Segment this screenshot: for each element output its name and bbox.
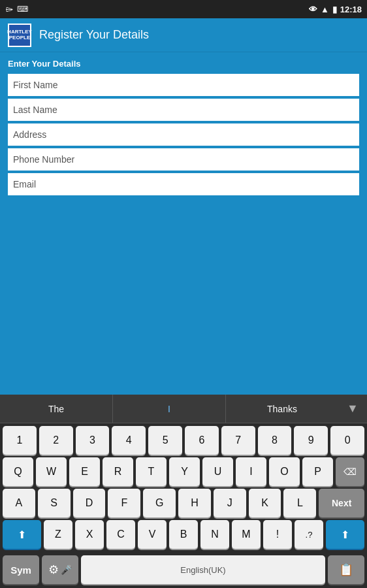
key-x[interactable]: X bbox=[75, 520, 104, 549]
qwerty-row: Q W E R T Y U I O P ⌫ bbox=[3, 457, 364, 486]
key-dotquestion[interactable]: .? bbox=[295, 520, 323, 549]
key-w[interactable]: W bbox=[36, 457, 67, 486]
key-h[interactable]: H bbox=[178, 489, 211, 517]
shift-left-key[interactable]: ⬆ bbox=[3, 520, 41, 549]
suggestion-thanks[interactable]: Thanks bbox=[226, 395, 338, 423]
key-z[interactable]: Z bbox=[44, 520, 72, 549]
address-placeholder: Address bbox=[13, 129, 46, 140]
key-g[interactable]: G bbox=[143, 489, 176, 517]
number-row: 1 2 3 4 5 6 7 8 9 0 bbox=[3, 426, 364, 455]
key-o[interactable]: O bbox=[269, 457, 300, 486]
key-i[interactable]: I bbox=[236, 457, 266, 486]
form-section-label: Enter Your Details bbox=[8, 59, 359, 69]
key-c[interactable]: C bbox=[106, 520, 135, 549]
key-5[interactable]: 5 bbox=[148, 426, 182, 455]
key-t[interactable]: T bbox=[136, 457, 167, 486]
key-7[interactable]: 7 bbox=[221, 426, 255, 455]
paste-key[interactable]: 📋 bbox=[328, 555, 364, 584]
key-b[interactable]: B bbox=[169, 520, 198, 549]
spacebar-key[interactable]: English(UK) bbox=[81, 555, 325, 584]
bottom-keyboard-bar: Sym ⚙ 🎤 English(UK) 📋 bbox=[0, 553, 367, 588]
key-j[interactable]: J bbox=[214, 489, 246, 517]
clipboard-icon: 📋 bbox=[339, 563, 353, 577]
key-4[interactable]: 4 bbox=[112, 426, 146, 455]
key-m[interactable]: M bbox=[232, 520, 261, 549]
backspace-key[interactable]: ⌫ bbox=[336, 457, 364, 486]
form-area: Enter Your Details First Name Last Name … bbox=[0, 52, 367, 204]
key-f[interactable]: F bbox=[108, 489, 140, 517]
address-field[interactable]: Address bbox=[8, 123, 359, 146]
zxcv-row: ⬆ Z X C V B N M ! .? ⬆ bbox=[3, 520, 364, 549]
suggestion-the[interactable]: The bbox=[0, 395, 112, 423]
key-e[interactable]: E bbox=[69, 457, 100, 486]
key-u[interactable]: U bbox=[202, 457, 233, 486]
gear-icon: ⚙ bbox=[48, 563, 59, 577]
wifi-icon: ▲ bbox=[321, 5, 329, 14]
key-0[interactable]: 0 bbox=[330, 426, 364, 455]
key-y[interactable]: Y bbox=[169, 457, 200, 486]
suggestion-i[interactable]: I bbox=[112, 395, 226, 423]
first-name-field[interactable]: First Name bbox=[8, 74, 359, 96]
key-a[interactable]: A bbox=[3, 489, 35, 517]
suggestion-bar: The I Thanks ▼ bbox=[0, 395, 367, 423]
shift-right-key[interactable]: ⬆ bbox=[326, 520, 364, 549]
expand-suggestions-icon[interactable]: ▼ bbox=[338, 402, 367, 416]
email-placeholder: Email bbox=[13, 179, 36, 189]
key-d[interactable]: D bbox=[73, 489, 106, 517]
asdf-row: A S D F G H J K L Next bbox=[3, 489, 364, 517]
key-v[interactable]: V bbox=[138, 520, 167, 549]
usb-icon: ⌲ bbox=[5, 5, 13, 14]
keyboard: The I Thanks ▼ 1 2 3 4 5 6 7 8 9 0 Q W E… bbox=[0, 395, 367, 588]
next-button[interactable]: Next bbox=[319, 489, 364, 517]
phone-field[interactable]: Phone Number bbox=[8, 148, 359, 171]
key-s[interactable]: S bbox=[38, 489, 71, 517]
keyboard-rows: 1 2 3 4 5 6 7 8 9 0 Q W E R T Y U I O P … bbox=[0, 423, 367, 553]
key-excl[interactable]: ! bbox=[263, 520, 292, 549]
key-q[interactable]: Q bbox=[3, 457, 33, 486]
last-name-field[interactable]: Last Name bbox=[8, 99, 359, 121]
key-8[interactable]: 8 bbox=[258, 426, 292, 455]
key-r[interactable]: R bbox=[103, 457, 133, 486]
sym-key[interactable]: Sym bbox=[3, 555, 39, 584]
app-title: Register Your Details bbox=[39, 28, 149, 42]
key-n[interactable]: N bbox=[200, 520, 229, 549]
key-p[interactable]: P bbox=[302, 457, 333, 486]
keyboard-icon: ⌨ bbox=[17, 5, 28, 14]
email-field[interactable]: Email bbox=[8, 173, 359, 195]
key-3[interactable]: 3 bbox=[76, 426, 110, 455]
key-1[interactable]: 1 bbox=[3, 426, 37, 455]
clock: 12:18 bbox=[340, 5, 362, 14]
status-left-icons: ⌲ ⌨ bbox=[5, 5, 28, 14]
key-k[interactable]: K bbox=[249, 489, 281, 517]
settings-key[interactable]: ⚙ 🎤 bbox=[42, 555, 78, 584]
key-6[interactable]: 6 bbox=[185, 426, 219, 455]
mic-icon: 🎤 bbox=[61, 564, 72, 575]
middle-area bbox=[0, 204, 367, 381]
key-l[interactable]: L bbox=[283, 489, 316, 517]
last-name-placeholder: Last Name bbox=[13, 105, 57, 115]
app-logo: HARTLEY PEOPLE bbox=[8, 24, 31, 47]
first-name-placeholder: First Name bbox=[13, 80, 57, 90]
battery-icon: ▮ bbox=[332, 5, 337, 14]
eye-icon: 👁 bbox=[309, 5, 317, 14]
app-bar: HARTLEY PEOPLE Register Your Details bbox=[0, 18, 367, 52]
status-bar: ⌲ ⌨ 👁 ▲ ▮ 12:18 bbox=[0, 0, 367, 18]
status-right-icons: 👁 ▲ ▮ 12:18 bbox=[309, 5, 362, 14]
key-2[interactable]: 2 bbox=[39, 426, 73, 455]
phone-placeholder: Phone Number bbox=[13, 154, 74, 165]
key-9[interactable]: 9 bbox=[294, 426, 328, 455]
